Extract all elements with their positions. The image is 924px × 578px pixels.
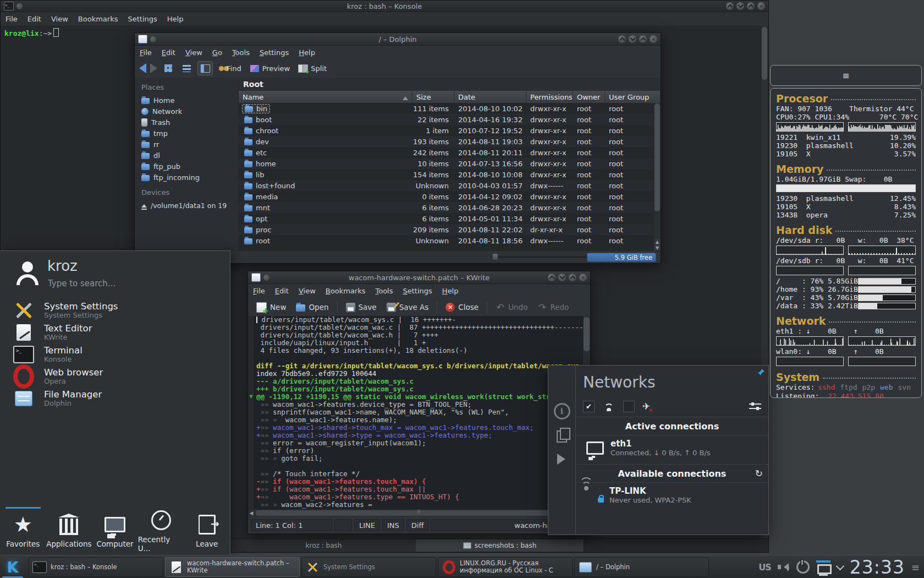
file-row-etc[interactable]: etc242 items2014-08-11 20:11drwxr-xr-xro… [239,147,654,158]
columns-view-button[interactable] [197,61,213,75]
connection-eth1[interactable]: eth1Connected, ↓ 0 B/s, ↑ 0 B/s [583,435,761,461]
pin-icon[interactable] [758,369,765,375]
menu-view[interactable]: View [46,13,73,25]
connection-TP-LINK[interactable]: TP-LINKNever used, WPA2-PSK [583,483,761,508]
konsole-tab[interactable]: screenshots : bash [416,539,584,552]
split-button[interactable]: Split [296,63,329,74]
keyboard-layout-indicator[interactable]: US [758,562,771,572]
menu-file[interactable]: File [135,47,157,58]
konsole-maximize-button[interactable] [747,2,755,10]
places-item-ftp_incoming[interactable]: ftp_incoming [141,172,238,183]
file-row-mnt[interactable]: mnt6 items2014-06-28 20:23drwxr-xr-xroot… [239,202,654,213]
back-button[interactable] [139,63,146,73]
highlight-mode[interactable]: Diff [406,519,429,531]
refresh-icon[interactable]: ↻ [755,468,763,479]
menu-bookmarks[interactable]: Bookmarks [321,285,371,297]
favorite-dolphin[interactable]: File ManagerDolphin [0,388,230,410]
session-icon[interactable] [796,560,810,574]
menu-settings[interactable]: Settings [123,13,162,25]
editor-hscrollbar[interactable]: ◀ [248,509,583,517]
column-header-permissions[interactable]: Permissions [526,91,573,103]
open-button[interactable]: Open [292,301,332,313]
terminal-output[interactable]: kroz@lix:~> [4,28,59,37]
konsole-minimize-button[interactable] [736,2,744,10]
menu-tools[interactable]: Tools [370,285,398,297]
details-view-button[interactable] [179,62,194,75]
konsole-tab[interactable]: kroz : bash [232,539,416,552]
preview-button[interactable]: Preview [248,63,293,74]
editor-area[interactable]: ▼ drivers/input/tablet/wacom_sys.c | 16 … [248,316,590,517]
dolphin-minimize-button[interactable] [629,35,636,43]
wifi-icon[interactable] [602,402,615,411]
menu-settings[interactable]: Settings [398,285,437,297]
column-header-size[interactable]: Size [413,91,454,103]
file-row-home[interactable]: home10 items2014-07-13 16:56drwxr-xr-xro… [239,158,654,169]
search-input[interactable]: Type to search... [48,279,116,288]
menu-file[interactable]: File [1,13,23,25]
dolphin-maximize-button[interactable] [639,35,647,43]
taskbar-item-systemsettings[interactable]: System Settings [301,557,436,577]
konsole-titlebar[interactable]: >_ kroz : bash – Konsole × [1,1,768,12]
column-header-name[interactable]: Name [239,91,413,103]
clock[interactable]: 23:33 [850,557,905,578]
taskbar-item-kwrite[interactable]: wacom-hardware-switch.patch – KWrite [165,557,300,577]
play-icon[interactable] [557,454,571,465]
file-row-bin[interactable]: bin111 items2014-08-10 10:02drwxr-xr-xro… [239,103,654,114]
taskbar-item-opera[interactable]: LINUX.ORG.RU - Русская информация об ОС … [438,557,573,577]
find-button[interactable]: Find [217,63,244,74]
wireless-checkbox[interactable] [623,401,635,412]
icons-view-button[interactable] [161,62,175,75]
connection-settings-icon[interactable] [749,402,761,410]
tab-leave[interactable]: Leave [184,507,230,555]
favorite-system settings[interactable]: System SettingsSystem Settings [0,299,230,321]
menu-tools[interactable]: Tools [227,47,255,58]
kwrite-shade-button[interactable] [548,274,556,281]
tab-applications[interactable]: Applications [46,507,92,555]
dolphin-shade-button[interactable] [618,35,626,43]
device-item[interactable]: /volume1/data1 on 19 [141,200,238,211]
places-item-ftp_pub[interactable]: ftp_pub [141,161,238,172]
file-row-proc[interactable]: proc209 items2014-08-11 22:02dr-xr-xr-xr… [239,224,654,235]
widget-menu-button[interactable]: ≡ [770,65,922,86]
places-item-tmp[interactable]: tmp [141,128,238,139]
menu-edit[interactable]: Edit [157,47,180,58]
eol-indicator[interactable]: LINE [354,519,380,531]
menu-view[interactable]: View [180,47,207,58]
tray-expand-icon[interactable] [836,561,845,570]
menu-help[interactable]: Help [162,13,189,25]
hscroll-left-arrow[interactable]: ◀ [248,510,255,516]
dolphin-titlebar[interactable]: / – Dolphin × [135,33,661,46]
menu-view[interactable]: View [294,285,321,297]
dolphin-scrollbar[interactable]: ▲▼ [653,103,661,251]
column-header-user-group[interactable]: User Group [605,91,661,103]
tab-recentlyu[interactable]: Recently U... [138,507,184,555]
menu-settings[interactable]: Settings [255,47,294,58]
menu-help[interactable]: Help [294,47,320,58]
konsole-shade-button[interactable] [726,2,734,10]
info-icon[interactable]: i [554,403,570,419]
file-row-lib[interactable]: lib154 items2014-08-10 10:08drwxr-xr-xro… [239,169,654,180]
konsole-scrollbar-thumb[interactable] [762,27,767,80]
save-as-button[interactable]: Save As [383,301,433,314]
volume-icon[interactable] [778,562,790,572]
networking-checkbox[interactable]: ✔ [583,401,595,412]
places-item-dl[interactable]: dl [141,150,238,161]
file-row-media[interactable]: media0 items2014-04-12 09:02drwxr-xr-xro… [239,191,654,202]
places-item-rr[interactable]: rr [141,139,238,150]
taskbar-item-dolphin[interactable]: / – Dolphin [574,557,709,577]
kwrite-titlebar[interactable]: wacom-hardware-switch.patch – KWrite × [248,271,590,284]
kwrite-minimize-button[interactable] [558,274,566,281]
column-header-owner[interactable]: Owner [573,91,605,103]
insert-mode-indicator[interactable]: INS [382,519,404,531]
dolphin-scrollbar-arrows[interactable]: ▲▼ [654,239,661,251]
zoom-slider-track[interactable] [495,257,589,258]
editor-hscrollbar-thumb[interactable] [256,510,582,516]
favorite-konsole[interactable]: >_TerminalKonsole [0,343,230,366]
forward-button[interactable] [150,63,157,73]
places-item-network[interactable]: Network [141,106,238,117]
close-button[interactable]: ✕Close [442,301,482,314]
dolphin-scrollbar-thumb[interactable] [654,103,660,211]
taskbar-item-konsole[interactable]: >_kroz : bash – Konsole [29,557,163,577]
menu-file[interactable]: File [248,285,270,297]
menu-edit[interactable]: Edit [23,13,46,25]
